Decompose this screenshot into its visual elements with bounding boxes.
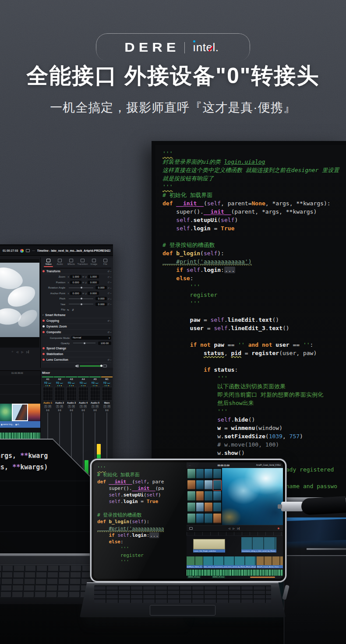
sunset-clip-thumb: [28, 404, 40, 421]
inspector-panel: VideoAudioEffectsTransitionImageFile Tra…: [40, 257, 113, 368]
mute-button: M: [72, 405, 75, 408]
solo-button: S: [80, 405, 83, 408]
brand-logos: DERE ıntel.: [0, 40, 346, 55]
menu-icon: [189, 464, 191, 467]
usb-c-cable: [301, 496, 346, 515]
rotation-value: 0.000: [95, 286, 107, 289]
chevron-icon: [42, 313, 43, 317]
lens-correction-section: Lens Correction: [42, 357, 111, 363]
bus-label: M1: [105, 377, 109, 381]
loop-icon: [11, 350, 13, 353]
mute-button: M: [107, 405, 110, 408]
inspector-tab: Video: [43, 259, 54, 267]
inspector-tab: Effects: [66, 259, 77, 267]
link-icon: [82, 275, 84, 278]
cropping-section: Cropping: [42, 318, 111, 324]
eq-label: EQ: [56, 381, 63, 384]
enable-dot-icon: [42, 353, 45, 355]
anchor-y-value: 0.000: [88, 292, 99, 295]
eq-graph: [54, 387, 65, 401]
timeline-ruler: 01:00:36:00: [0, 370, 40, 376]
timeline-title: Timeline - lake_next_to_mo...lack_Artgri…: [37, 249, 111, 252]
eq-curve-icon: [107, 382, 110, 384]
inspector-tab: File: [100, 259, 111, 267]
volume-slider: [80, 366, 102, 366]
eq-curve-icon: [95, 382, 99, 384]
pitch-row: Pitch 0.000: [42, 296, 111, 302]
eq-label: EQ: [103, 381, 110, 384]
eq-graph: [90, 387, 100, 401]
video-clip: lake_next_to_mountains_and_trees_aerial_…: [203, 556, 256, 568]
bus-label: A2: [58, 377, 61, 381]
bus-label: A3: [70, 377, 73, 381]
track-name: Audio 2: [55, 401, 64, 405]
title-clip: [193, 539, 225, 549]
tablet-timeline: Lower_3rd_Single_underline mountains_alo…: [187, 531, 283, 579]
opacity-value: 100.00: [98, 341, 111, 345]
audio-clip-label: 00152_21.mov: [212, 576, 225, 578]
eq-label: EQ: [80, 381, 87, 384]
inspector-tab: Image: [88, 259, 99, 267]
laptop-code-editor: args, **kwarggs, **kwargs): [0, 450, 48, 473]
upper-clip-label: mountains_along_a_lake_aerial_by_Rome...: [241, 549, 276, 553]
volume-control: [74, 365, 107, 367]
fader-value: 0.0: [106, 409, 109, 412]
eq-curve-icon: [48, 382, 51, 384]
dark-object: [284, 555, 346, 644]
play-icon: [233, 527, 235, 530]
next-icon: [237, 527, 241, 530]
reset-icon: [107, 275, 111, 278]
blue-abstract-preview: [222, 468, 283, 525]
yaw-value: 0.000: [95, 303, 107, 306]
enable-dot-icon: [42, 320, 45, 322]
clip-label: d...: [15, 423, 20, 426]
reset-icon: [107, 281, 111, 284]
chevron-down-icon: [109, 336, 110, 339]
opacity-row: Opacity 100.00: [42, 341, 111, 346]
tablet: '''# 初始化 加载界面def __init__(self, pare sup…: [90, 459, 286, 582]
prev-frame-icon: [16, 350, 18, 353]
intel-logo: ıntel.: [193, 41, 219, 54]
fader-value: 0.0: [58, 409, 61, 412]
preview-transport: [3, 350, 39, 353]
opacity-slider: [73, 343, 95, 343]
rotation-row: Rotation Angle 0.000: [42, 285, 111, 291]
timeline-ruler: [187, 532, 283, 536]
eq-label: EQ: [68, 381, 75, 384]
enable-dot-icon: [42, 359, 45, 361]
tablet-resolve-app: 00:00:11:09 AmaPi_Coast_Aerial_8.Mov: [187, 462, 283, 579]
position-x-value: 0.000: [70, 281, 81, 284]
keyboard-icon: [103, 365, 107, 367]
pitch-value: 0.000: [95, 297, 107, 300]
audio-clip-label: 00152_21.mov: [187, 576, 201, 578]
eq-graph: [102, 387, 112, 401]
mute-button: M: [48, 405, 51, 408]
position-y-value: 0.000: [88, 281, 99, 284]
track-name: Audio 4: [79, 401, 88, 405]
solo-mute-buttons: SM: [92, 405, 99, 409]
dynamic-zoom-section: Dynamic Zoom: [42, 324, 111, 330]
flip-row: Flip: [42, 307, 111, 313]
color-wheel-icon: [20, 249, 23, 253]
eq-curve-icon: [60, 382, 63, 384]
reset-icon: [107, 292, 111, 295]
fader-value: 0.0: [82, 409, 85, 412]
enable-dot-icon: [42, 331, 45, 333]
main-video-track: bellRock_Talem_5... lake_next_to_mountai…: [187, 556, 283, 568]
link-icon: [82, 292, 84, 295]
enable-dot-icon: [42, 347, 45, 349]
bus-label: A5: [93, 377, 96, 381]
eq-curve-icon: [83, 382, 87, 384]
zoom-y-value: 1.000: [88, 275, 99, 278]
fader-value: 0.0: [70, 409, 73, 412]
stabilization-section: Stabilization: [42, 352, 111, 357]
upper-video-clip: [241, 537, 276, 549]
reset-icon: [107, 270, 111, 273]
solo-mute-buttons: SM: [103, 405, 110, 409]
logo-divider: [184, 42, 185, 53]
solo-mute-buttons: SM: [56, 405, 63, 409]
eq-curve-icon: [71, 382, 75, 384]
eq-graph: [78, 387, 88, 401]
inspector-tab: Transition: [77, 259, 88, 267]
tablet-screen: '''# 初始化 加载界面def __init__(self, pare sup…: [94, 462, 283, 579]
